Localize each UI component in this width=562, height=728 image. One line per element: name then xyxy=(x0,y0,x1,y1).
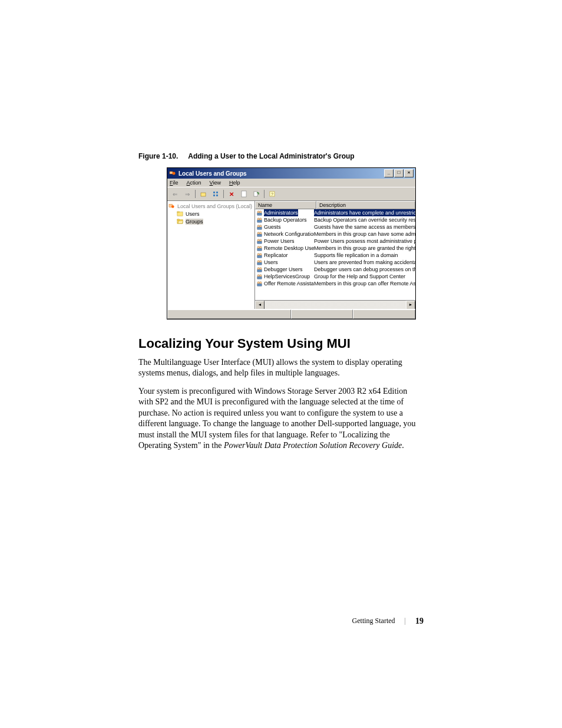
cell-description: Administrators have complete and unrestr… xyxy=(314,209,415,216)
list-row[interactable]: ReplicatorSupports file replication in a… xyxy=(255,252,415,259)
figure-caption: Figure 1-10. Adding a User to the Local … xyxy=(138,152,424,160)
svg-rect-0 xyxy=(170,172,173,174)
tree-pane[interactable]: Local Users and Groups (Local) Users Gro… xyxy=(167,201,255,309)
horizontal-scrollbar[interactable]: ◄ ► xyxy=(255,300,415,309)
forward-button[interactable]: ⇒ xyxy=(182,189,193,199)
figure-title: Adding a User to the Local Administrator… xyxy=(188,152,354,160)
tree-users-label: Users xyxy=(186,211,200,217)
svg-rect-8 xyxy=(254,192,257,196)
svg-point-26 xyxy=(257,232,260,234)
scroll-right-button[interactable]: ► xyxy=(406,301,415,309)
menu-view[interactable]: View xyxy=(210,180,221,186)
cell-name: Replicator xyxy=(255,252,314,259)
close-button[interactable]: × xyxy=(404,169,414,177)
svg-rect-5 xyxy=(213,195,215,196)
tree-root[interactable]: Local Users and Groups (Local) xyxy=(168,202,253,210)
svg-point-33 xyxy=(260,246,262,248)
svg-point-29 xyxy=(257,239,260,241)
cell-name: Offer Remote Assistanc... xyxy=(255,280,314,287)
titlebar[interactable]: Local Users and Groups _ □ × xyxy=(167,168,415,179)
svg-rect-19 xyxy=(257,213,262,215)
cell-description: Users are prevented from making accident… xyxy=(314,259,415,266)
figure-number: Figure 1-10. xyxy=(138,152,178,160)
list-row[interactable]: UsersUsers are prevented from making acc… xyxy=(255,259,415,266)
svg-point-45 xyxy=(260,274,262,276)
group-icon xyxy=(256,281,263,287)
list-row[interactable]: Power UsersPower Users possess most admi… xyxy=(255,238,415,245)
menu-action[interactable]: Action xyxy=(187,180,201,186)
column-name[interactable]: Name xyxy=(255,201,316,209)
list-row[interactable]: Debugger UsersDebugger users can debug p… xyxy=(255,266,415,273)
list-row[interactable]: Offer Remote Assistanc...Members in this… xyxy=(255,280,415,287)
cell-description: Group for the Help and Support Center xyxy=(314,273,415,280)
back-button[interactable]: ⇐ xyxy=(170,189,180,199)
svg-rect-25 xyxy=(257,227,262,229)
svg-rect-4 xyxy=(216,192,218,193)
column-description[interactable]: Description xyxy=(316,201,415,209)
group-icon xyxy=(256,231,263,238)
folder-icon xyxy=(177,210,184,217)
list-row[interactable]: HelpServicesGroupGroup for the Help and … xyxy=(255,273,415,280)
help-button[interactable]: ? xyxy=(267,189,277,199)
svg-point-42 xyxy=(260,267,262,269)
group-icon xyxy=(256,238,263,245)
list-row[interactable]: GuestsGuests have the same access as mem… xyxy=(255,223,415,230)
svg-point-21 xyxy=(260,218,262,220)
cell-description: Guests have the same access as members o… xyxy=(314,223,415,230)
svg-rect-6 xyxy=(216,195,218,196)
para2-doc-title: PowerVault Data Protection Solution Reco… xyxy=(224,441,402,450)
svg-rect-3 xyxy=(213,192,215,193)
scroll-track[interactable] xyxy=(265,301,406,309)
group-name-label: HelpServicesGroup xyxy=(264,273,310,280)
cell-name: Backup Operators xyxy=(255,216,314,223)
list-row[interactable]: Network Configuration ...Members in this… xyxy=(255,230,415,238)
client-area: Local Users and Groups (Local) Users Gro… xyxy=(167,200,415,309)
group-name-label: Guests xyxy=(264,223,281,230)
app-icon xyxy=(169,170,176,177)
delete-button[interactable]: ✕ xyxy=(226,189,237,199)
cell-description: Debugger users can debug processes on th… xyxy=(314,266,415,273)
up-button[interactable] xyxy=(198,189,209,199)
scroll-left-button[interactable]: ◄ xyxy=(255,301,265,309)
menu-help[interactable]: Help xyxy=(229,180,240,186)
svg-rect-2 xyxy=(201,193,206,196)
group-name-label: Power Users xyxy=(264,238,295,245)
menu-file[interactable]: File xyxy=(170,180,178,186)
section-heading: Localizing Your System Using MUI xyxy=(138,336,424,351)
cell-name: Users xyxy=(255,259,314,266)
svg-point-1 xyxy=(173,172,176,175)
svg-point-38 xyxy=(257,260,260,262)
cell-description: Members in this group are granted the ri… xyxy=(314,245,415,252)
group-name-label: Backup Operators xyxy=(264,216,307,223)
list-row[interactable]: AdministratorsAdministrators have comple… xyxy=(255,209,415,216)
footer-section: Getting Started xyxy=(352,617,395,625)
tree-root-label: Local Users and Groups (Local) xyxy=(177,203,252,209)
cell-name: Administrators xyxy=(255,209,314,216)
toolbar: ⇐ ⇒ ✕ ? xyxy=(167,187,415,200)
properties-button[interactable] xyxy=(210,189,221,199)
tree-item-groups[interactable]: Groups xyxy=(177,218,253,225)
folder-open-icon xyxy=(177,218,184,225)
svg-rect-49 xyxy=(257,284,262,286)
list-row[interactable]: Remote Desktop UsersMembers in this grou… xyxy=(255,245,415,252)
svg-rect-16 xyxy=(177,219,180,220)
refresh-button[interactable] xyxy=(239,189,249,199)
window-title: Local Users and Groups xyxy=(178,170,384,177)
cell-description: Supports file replication in a domain xyxy=(314,252,415,259)
maximize-button[interactable]: □ xyxy=(394,169,404,177)
export-button[interactable] xyxy=(251,189,262,199)
status-panel xyxy=(353,309,415,319)
tree-groups-label: Groups xyxy=(186,219,203,225)
group-icon xyxy=(256,274,263,280)
group-name-label: Replicator xyxy=(264,252,288,259)
svg-point-12 xyxy=(171,205,174,208)
cell-name: Debugger Users xyxy=(255,266,314,273)
svg-point-48 xyxy=(260,281,262,284)
list-row[interactable]: Backup OperatorsBackup Operators can ove… xyxy=(255,216,415,223)
cell-name: Power Users xyxy=(255,238,314,245)
svg-point-30 xyxy=(260,239,262,241)
tree-item-users[interactable]: Users xyxy=(177,210,253,218)
svg-rect-14 xyxy=(177,212,180,213)
minimize-button[interactable]: _ xyxy=(384,169,394,177)
list-body[interactable]: AdministratorsAdministrators have comple… xyxy=(255,209,415,300)
